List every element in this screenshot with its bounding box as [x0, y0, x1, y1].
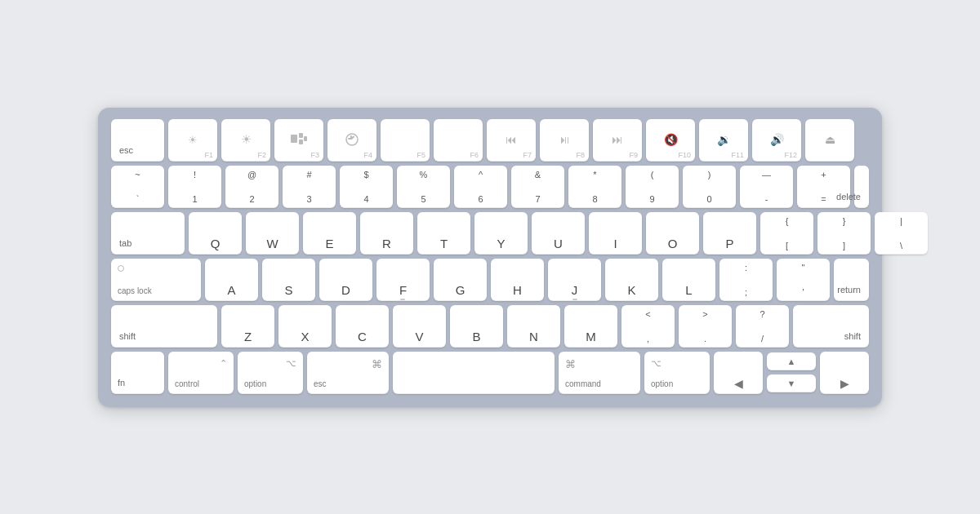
key-n[interactable]: N: [507, 305, 560, 348]
key-f6[interactable]: F6: [434, 119, 483, 162]
key-4[interactable]: $ 4: [340, 166, 393, 208]
svg-rect-0: [291, 135, 297, 143]
key-u[interactable]: U: [532, 212, 585, 255]
key-f[interactable]: F: [376, 259, 430, 301]
key-q[interactable]: Q: [189, 212, 242, 255]
key-f8[interactable]: ⏯ F8: [540, 119, 589, 162]
key-option-right[interactable]: ⌥ option: [644, 352, 710, 394]
key-a[interactable]: A: [205, 259, 258, 301]
key-capslock[interactable]: caps lock: [111, 259, 201, 301]
key-semicolon[interactable]: : ;: [719, 259, 773, 301]
svg-rect-1: [299, 133, 303, 138]
key-space[interactable]: [393, 352, 555, 394]
key-8[interactable]: * 8: [568, 166, 621, 208]
key-m[interactable]: M: [564, 305, 617, 348]
row-qwerty: tab Q W E R T Y U I O P: [111, 212, 869, 255]
key-s[interactable]: S: [262, 259, 315, 301]
key-command-right[interactable]: ⌘ command: [559, 352, 640, 394]
key-p[interactable]: P: [703, 212, 756, 255]
key-9[interactable]: ( 9: [626, 166, 679, 208]
key-y[interactable]: Y: [474, 212, 528, 255]
key-f12[interactable]: 🔊 F12: [752, 119, 801, 162]
key-2[interactable]: @ 2: [225, 166, 278, 208]
row-bottom: fn ⌃ control ⌥ option ⌘ esc ⌘ command ⌥ …: [111, 352, 869, 394]
key-g[interactable]: G: [434, 259, 487, 301]
key-c[interactable]: C: [336, 305, 389, 348]
key-arrow-down[interactable]: ▼: [767, 374, 816, 392]
key-command-left[interactable]: ⌘ esc: [307, 352, 389, 394]
key-option-left[interactable]: ⌥ option: [238, 352, 303, 394]
key-quote[interactable]: " ': [777, 259, 830, 301]
key-b[interactable]: B: [450, 305, 503, 348]
key-3[interactable]: # 3: [283, 166, 336, 208]
svg-rect-7: [348, 138, 352, 140]
key-tab[interactable]: tab: [111, 212, 185, 255]
svg-rect-3: [304, 136, 307, 141]
key-f10[interactable]: 🔇 F10: [646, 119, 695, 162]
key-5[interactable]: % 5: [397, 166, 450, 208]
key-z[interactable]: Z: [221, 305, 274, 348]
key-j[interactable]: J: [548, 259, 601, 301]
keyboard: esc ☀ F1 ☀ F2 F3: [98, 108, 882, 407]
key-r[interactable]: R: [360, 212, 413, 255]
key-7[interactable]: & 7: [511, 166, 564, 208]
key-arrow-left[interactable]: ◀: [714, 352, 763, 394]
key-d[interactable]: D: [319, 259, 372, 301]
key-t[interactable]: T: [417, 212, 470, 255]
key-o[interactable]: O: [646, 212, 699, 255]
key-f5[interactable]: F5: [381, 119, 430, 162]
row-function: esc ☀ F1 ☀ F2 F3: [111, 119, 869, 162]
key-comma[interactable]: < ,: [621, 305, 675, 348]
key-f4[interactable]: F4: [327, 119, 376, 162]
key-k[interactable]: K: [605, 259, 658, 301]
key-f1[interactable]: ☀ F1: [168, 119, 217, 162]
key-1[interactable]: ! 1: [168, 166, 221, 208]
arrow-up-down-col: ▲ ▼: [767, 352, 816, 392]
key-period[interactable]: > .: [679, 305, 732, 348]
key-arrow-right[interactable]: ▶: [820, 352, 869, 394]
key-control[interactable]: ⌃ control: [168, 352, 234, 394]
key-delete[interactable]: delete: [854, 166, 869, 208]
key-minus[interactable]: — -: [740, 166, 793, 208]
key-backslash[interactable]: | \: [875, 212, 928, 255]
key-0[interactable]: ) 0: [683, 166, 736, 208]
key-x[interactable]: X: [278, 305, 332, 348]
row-numbers: ~ ` ! 1 @ 2 # 3 $ 4 % 5 ^ 6 & 7: [111, 166, 869, 208]
key-backtick[interactable]: ~ `: [111, 166, 164, 208]
svg-rect-2: [299, 140, 303, 144]
key-fn[interactable]: fn: [111, 352, 164, 394]
key-f7[interactable]: ⏮ F7: [487, 119, 536, 162]
key-return[interactable]: return: [834, 259, 869, 301]
key-shift-right[interactable]: shift: [793, 305, 869, 348]
key-6[interactable]: ^ 6: [454, 166, 507, 208]
key-v[interactable]: V: [393, 305, 446, 348]
key-f3[interactable]: F3: [274, 119, 323, 162]
key-i[interactable]: I: [589, 212, 642, 255]
key-shift-left[interactable]: shift: [111, 305, 217, 348]
key-esc[interactable]: esc: [111, 119, 164, 162]
key-eject[interactable]: ⏏: [805, 119, 854, 162]
key-open-bracket[interactable]: { [: [760, 212, 813, 255]
svg-point-4: [346, 134, 358, 145]
row-zxcv: shift Z X C V B N M < , > .: [111, 305, 869, 348]
key-f9[interactable]: ⏭ F9: [593, 119, 642, 162]
key-h[interactable]: H: [491, 259, 544, 301]
key-l[interactable]: L: [662, 259, 715, 301]
key-arrow-up[interactable]: ▲: [767, 352, 816, 370]
key-close-bracket[interactable]: } ]: [817, 212, 871, 255]
key-e[interactable]: E: [303, 212, 356, 255]
row-asdf: caps lock A S D F G H J K: [111, 259, 869, 301]
key-slash[interactable]: ? /: [736, 305, 789, 348]
key-f11[interactable]: 🔉 F11: [699, 119, 748, 162]
key-equals[interactable]: + =: [797, 166, 850, 208]
key-f2[interactable]: ☀ F2: [221, 119, 270, 162]
key-w[interactable]: W: [246, 212, 299, 255]
